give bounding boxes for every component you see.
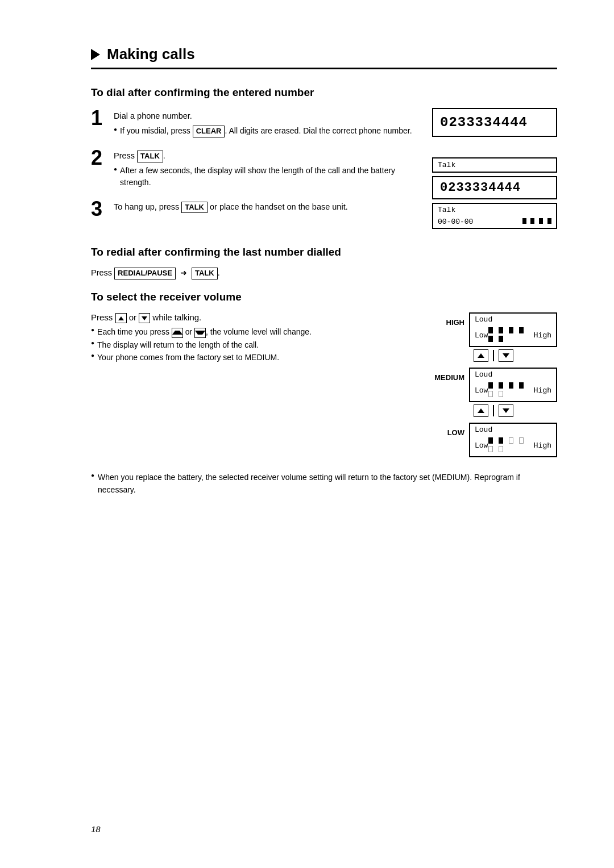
tri-up-icon <box>118 316 124 320</box>
medium-display: Loud Low <box>469 368 557 402</box>
section3: To select the receiver volume Press or w… <box>91 291 557 496</box>
medium-loud-row: Loud <box>470 369 556 381</box>
vol-bullet-3-text: Your phone comes from the factory set to… <box>97 351 415 364</box>
title-arrow-icon <box>91 49 100 60</box>
step-1-number: 1 <box>91 108 107 128</box>
high-loud-row: Loud <box>470 314 556 326</box>
bar-m5 <box>488 391 493 397</box>
low-bars <box>488 437 533 454</box>
high-bars-row: Low High <box>470 326 556 346</box>
bar-h1 <box>488 327 493 333</box>
page-title: Making calls <box>91 45 557 69</box>
medium-bars <box>488 382 533 399</box>
step-3: 3 To hang up, press TALK or place the ha… <box>91 199 415 219</box>
step-3-content: To hang up, press TALK or place the hand… <box>114 199 348 214</box>
low-high-label: High <box>534 441 551 450</box>
vol-bullet-1-text: Each time you press or , the volume leve… <box>97 326 415 338</box>
bar-h2 <box>499 327 503 333</box>
step-1-bullets: If you misdial, press CLEAR. All digits … <box>114 125 412 137</box>
bar-m1 <box>488 382 493 389</box>
arrow-right-icon: ➜ <box>180 268 187 277</box>
bar-m3 <box>509 382 513 389</box>
low-low-label: Low <box>475 441 488 450</box>
display-talk-label1: Talk <box>432 157 557 173</box>
bar-m4 <box>519 382 524 389</box>
vol-bullet-2: The display will return to the length of… <box>91 339 415 351</box>
up-btn-inline <box>115 313 127 323</box>
volume-right: HIGH Loud Low <box>432 312 557 460</box>
display-talk-time: 00-00-00 <box>438 218 473 226</box>
medium-up-btn[interactable] <box>474 404 488 417</box>
volume-intro: Press or while talking. <box>91 312 415 324</box>
section3-title: To select the receiver volume <box>91 291 557 303</box>
step-3-number: 3 <box>91 199 107 219</box>
step-2-bullet-1-text: After a few seconds, the display will sh… <box>120 165 415 189</box>
tri-down-icon-b1 <box>195 331 205 335</box>
tri-up-icon-b1 <box>172 331 182 335</box>
volume-bullets: Each time you press or , the volume leve… <box>91 326 415 364</box>
step-1-bullet-1: If you misdial, press CLEAR. All digits … <box>114 125 412 137</box>
high-loud-text: Loud <box>475 315 492 324</box>
talk-key-step3: TALK <box>181 202 208 214</box>
high-arrow-buttons <box>474 349 557 362</box>
talk-key-redial: TALK <box>192 268 218 279</box>
high-up-icon <box>478 353 484 358</box>
bar-l3 <box>509 437 513 444</box>
high-group: HIGH Loud Low <box>432 312 557 365</box>
note-text: When you replace the battery, the select… <box>98 471 557 496</box>
display-talk-number: 0233334444 <box>432 176 557 199</box>
high-down-icon <box>503 353 509 358</box>
note-bullet: ● <box>91 471 94 480</box>
page: Making calls To dial after confirming th… <box>0 0 614 868</box>
title-text: Making calls <box>107 45 195 63</box>
low-level-label: LOW <box>432 423 469 437</box>
high-high-label: High <box>534 331 551 340</box>
high-display-wrap: Loud Low <box>469 312 557 365</box>
vol-bullet-3: Your phone comes from the factory set to… <box>91 351 415 364</box>
medium-group: MEDIUM Loud Low <box>432 368 557 420</box>
bar-h4 <box>519 327 524 333</box>
medium-bars-row: Low High <box>470 381 556 401</box>
display-talk-row1: Talk <box>433 204 556 216</box>
battery-indicator <box>522 218 551 226</box>
vol-bullet-1: Each time you press or , the volume leve… <box>91 326 415 338</box>
bar-l2 <box>499 437 503 444</box>
medium-arrow-buttons <box>474 404 557 417</box>
display-dial-number: 0233334444 <box>432 108 557 137</box>
high-up-btn[interactable] <box>474 349 488 362</box>
up-btn-b1 <box>172 328 183 338</box>
display-talk-group: Talk 0233334444 Talk 00-00-00 <box>432 157 557 229</box>
high-down-btn[interactable] <box>499 349 513 362</box>
medium-high-label: High <box>534 386 551 395</box>
battery-block-3 <box>539 218 543 224</box>
volume-section: Press or while talking. Each time you pr… <box>91 312 557 460</box>
section1-title: To dial after confirming the entered num… <box>91 86 557 99</box>
low-group: LOW Loud Low <box>432 423 557 457</box>
volume-left: Press or while talking. Each time you pr… <box>91 312 415 460</box>
step-1-bullet-1-text: If you misdial, press CLEAR. All digits … <box>120 125 412 137</box>
medium-low-label: Low <box>475 386 488 395</box>
bar-m2 <box>499 382 503 389</box>
volume-note: ● When you replace the battery, the sele… <box>91 471 557 496</box>
arrow-separator-m <box>493 405 494 416</box>
bar-l1 <box>488 437 493 444</box>
high-display: Loud Low <box>469 312 557 347</box>
bar-l6 <box>499 446 503 452</box>
step-2: 2 Press TALK. After a few seconds, the d… <box>91 148 415 189</box>
section2-title: To redial after confirming the last numb… <box>91 246 557 258</box>
down-btn-inline <box>139 313 150 323</box>
redial-pause-key: REDIAL/PAUSE <box>114 268 176 279</box>
vol-bullet-2-text: The display will return to the length of… <box>97 339 415 351</box>
arrow-separator-h <box>493 350 494 361</box>
bar-l4 <box>519 437 524 444</box>
medium-loud-text: Loud <box>475 370 492 379</box>
medium-down-btn[interactable] <box>499 404 513 417</box>
talk-key-step2: TALK <box>137 151 163 162</box>
high-low-label: Low <box>475 331 488 340</box>
high-level-label: HIGH <box>432 312 469 327</box>
display-column: 0233334444 Talk 0233334444 Talk 00-00-00 <box>432 108 557 235</box>
battery-block-2 <box>530 218 534 224</box>
low-bars-row: Low High <box>470 436 556 456</box>
down-btn-b1 <box>194 328 206 338</box>
high-bars <box>488 327 533 344</box>
